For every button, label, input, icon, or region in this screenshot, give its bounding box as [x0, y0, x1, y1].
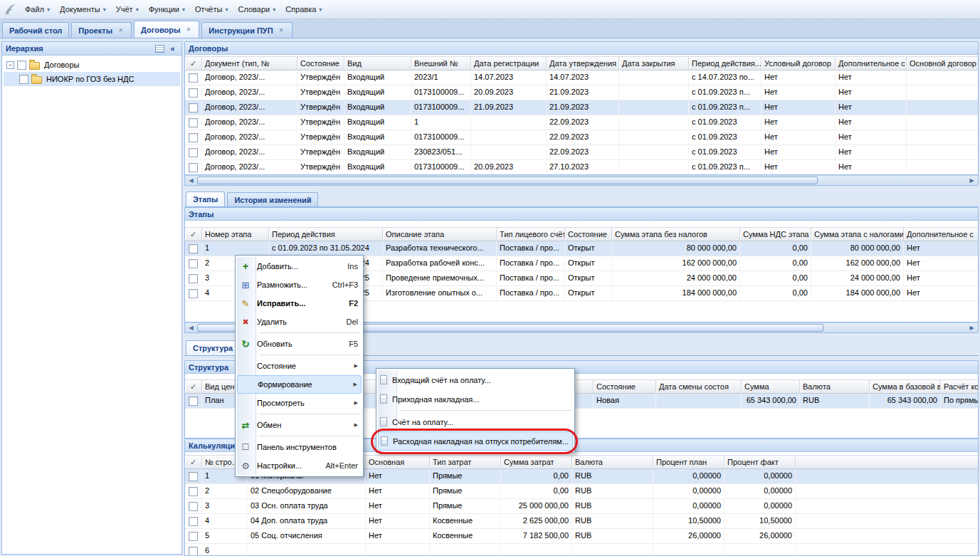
tab-pup-instructions[interactable]: Инструкции ПУП✕	[201, 22, 292, 38]
table-row[interactable]: Договор, 2023/...УтверждёнВходящий017310…	[185, 85, 979, 100]
table-row[interactable]: 303 Осн. оплата трудаНетПрямые25 000 000…	[185, 499, 979, 514]
row-checkbox[interactable]	[189, 472, 198, 481]
column-header[interactable]: Документ (тип, №	[202, 57, 297, 70]
table-row[interactable]: 404 Доп. оплата трудаНетКосвенные2 625 0…	[185, 514, 979, 529]
column-header[interactable]: Процент факт	[725, 456, 796, 468]
column-header[interactable]: Валюта	[800, 380, 870, 393]
menu-item-formation[interactable]: Формирование▶	[237, 375, 362, 394]
grid-view-icon[interactable]	[155, 45, 164, 53]
tree-node[interactable]: НИОКР по ГОЗ без НДС	[4, 72, 180, 86]
row-checkbox[interactable]	[189, 73, 198, 83]
collapse-node-icon[interactable]: −	[6, 61, 14, 69]
table-row[interactable]: 1с 01.09.2023 по 31.05.2024Разработка те…	[185, 241, 979, 256]
tab-close-icon[interactable]: ✕	[184, 26, 192, 33]
collapse-panel-icon[interactable]: «	[167, 43, 178, 53]
column-header[interactable]: Основной договор	[907, 57, 979, 70]
menu-item-edit[interactable]: ✎Исправить...F2	[237, 294, 362, 313]
scroll-left-icon[interactable]: ◀	[186, 176, 196, 185]
row-checkbox[interactable]	[189, 274, 198, 283]
table-row[interactable]: Договор, 2023/...УтверждёнВходящий017310…	[185, 100, 979, 115]
scroll-right-icon[interactable]: ▶	[966, 176, 977, 185]
tab-change-history[interactable]: История изменений	[227, 192, 318, 206]
menubar-item[interactable]: Словари▾	[233, 2, 280, 16]
menubar-item[interactable]: Справка▾	[280, 2, 327, 16]
table-row[interactable]: Договор, 2023/...УтверждёнВходящий122.09…	[185, 115, 979, 130]
menubar-item[interactable]: Файл▾	[20, 2, 55, 16]
menu-item-toolbar[interactable]: ☐Панель инструментов	[237, 438, 362, 456]
table-row[interactable]: Договор, 2023/...УтверждёнВходящий017310…	[185, 130, 979, 145]
column-header[interactable]: Процент план	[653, 456, 725, 468]
column-header[interactable]: Основная	[366, 456, 430, 468]
column-header[interactable]: Дата закрытия	[619, 57, 689, 70]
column-header[interactable]: Период действия	[269, 228, 383, 241]
row-checkbox[interactable]	[189, 133, 198, 142]
table-row[interactable]: Договор, 2023/...УтверждёнВходящий017310…	[185, 160, 979, 175]
row-checkbox[interactable]	[189, 163, 198, 172]
menu-item-settings[interactable]: ⚙Настройки...Alt+Enter	[237, 456, 362, 475]
tab-structure[interactable]: Структура	[186, 340, 240, 355]
row-checkbox[interactable]	[189, 88, 198, 98]
table-row[interactable]: 505 Соц. отчисленияНетКосвенные7 182 500…	[185, 529, 979, 544]
row-checkbox[interactable]	[189, 487, 198, 496]
tab-close-icon[interactable]: ✕	[278, 26, 285, 34]
column-header[interactable]: Состояние	[297, 57, 344, 70]
column-header[interactable]: Сумма в базовой в	[870, 380, 941, 393]
menu-item-goods-receipt-note[interactable]: Приходная накладная...	[378, 389, 573, 409]
menu-item-add[interactable]: +Добавить...Ins	[237, 257, 362, 276]
scroll-left-icon[interactable]: ◀	[186, 323, 196, 332]
scroll-thumb[interactable]	[197, 177, 818, 184]
column-header[interactable]: Вид	[344, 57, 411, 70]
menu-item-incoming-payment-invoice[interactable]: Входящий счёт на оплату...	[378, 370, 573, 389]
column-header[interactable]: Дополнительное с	[836, 57, 907, 70]
row-checkbox[interactable]	[189, 244, 198, 253]
menu-item-delete[interactable]: ✖УдалитьDel	[237, 313, 362, 331]
table-row[interactable]: Договор, 2023/...УтверждёнВходящий2023/1…	[185, 70, 979, 85]
column-header[interactable]: Внешний №	[411, 57, 471, 70]
column-header[interactable]: Тип лицевого счёт	[497, 228, 565, 241]
menu-item-consumer-dispatch-note[interactable]: Расходная накладная на отпуск потребител…	[378, 431, 573, 451]
menubar-item[interactable]: Функции▾	[144, 2, 190, 16]
tab-stages[interactable]: Этапы	[186, 192, 225, 206]
node-checkbox[interactable]	[19, 75, 28, 84]
tree-node-label[interactable]: НИОКР по ГОЗ без НДС	[45, 75, 135, 83]
menubar-item[interactable]: Учёт▾	[111, 2, 144, 16]
check-column-header[interactable]: ✓	[185, 380, 202, 393]
column-header[interactable]: Состояние	[565, 228, 612, 241]
column-header[interactable]: Состояние	[594, 380, 656, 393]
row-checkbox[interactable]	[189, 547, 198, 556]
row-checkbox[interactable]	[189, 517, 198, 526]
column-header[interactable]: Дополнительное с	[904, 228, 979, 241]
menu-item-state[interactable]: Состояние▶	[237, 357, 362, 375]
menu-item-payment-invoice[interactable]: Счёт на оплату...	[378, 412, 573, 431]
tab-close-icon[interactable]: ✕	[117, 26, 125, 34]
column-header[interactable]: Период действия...	[689, 57, 762, 70]
menu-item-refresh[interactable]: ↻ОбновитьF5	[237, 335, 362, 353]
table-row[interactable]: Договор, 2023/...УтверждёнВходящий230823…	[185, 145, 979, 160]
column-header[interactable]: Расчёт ко	[941, 380, 979, 393]
menubar-item[interactable]: Документы▾	[55, 2, 111, 16]
tree-node-label[interactable]: Договоры	[43, 61, 80, 69]
column-header[interactable]: Сумма этапа без налогов	[612, 228, 740, 241]
column-header[interactable]: Номер этапа	[202, 228, 269, 241]
row-checkbox[interactable]	[189, 289, 198, 298]
column-header[interactable]: Дата регистрации	[471, 57, 547, 70]
table-row[interactable]: 6	[185, 544, 979, 556]
column-header[interactable]: Дата утверждения	[547, 57, 619, 70]
check-column-header[interactable]: ✓	[185, 456, 202, 468]
row-checkbox[interactable]	[189, 502, 198, 511]
menubar-item[interactable]: Отчёты▾	[190, 2, 233, 16]
row-checkbox[interactable]	[189, 118, 198, 127]
table-row[interactable]: 202 СпецоборудованиеНетПрямые0,00RUB0,00…	[185, 484, 979, 499]
column-header[interactable]: Сумма	[742, 380, 800, 393]
column-header[interactable]: Сумма НДС этапа	[740, 228, 811, 241]
column-header[interactable]: Описание этапа	[383, 228, 497, 241]
column-header[interactable]	[796, 456, 979, 468]
scroll-right-icon[interactable]: ▶	[966, 323, 977, 332]
check-column-header[interactable]: ✓	[185, 57, 202, 70]
row-checkbox[interactable]	[189, 103, 198, 112]
tab-desktop[interactable]: Рабочий стол	[2, 22, 69, 38]
row-checkbox[interactable]	[189, 148, 198, 157]
column-header[interactable]: Дата смены состоя	[656, 380, 742, 393]
check-column-header[interactable]: ✓	[185, 228, 202, 241]
node-checkbox[interactable]	[17, 61, 26, 70]
